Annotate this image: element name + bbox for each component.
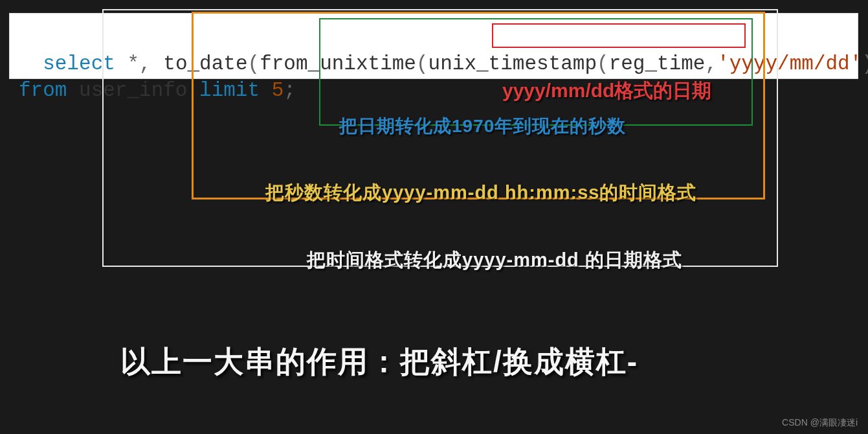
summary-text: 以上一大串的作用：把斜杠/换成横杠- [120, 342, 638, 382]
annotation-blue: 把日期转化成1970年到现在的秒数 [339, 114, 626, 139]
sql-code-block: select *, to_date(from_unixtime(unix_tim… [9, 13, 858, 79]
annotation-yellow: 把秒数转化成yyyy-mm-dd hh:mm:ss的时间格式 [265, 180, 696, 206]
annotation-white: 把时间格式转化成yyyy-mm-dd 的日期格式 [307, 247, 682, 273]
watermark: CSDN @满眼凄迷i [782, 417, 858, 429]
annotation-red: yyyy/mm/dd格式的日期 [502, 78, 711, 104]
